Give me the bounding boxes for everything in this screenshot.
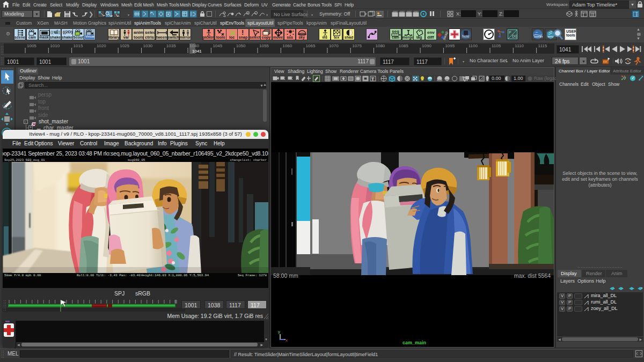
svg-text:1095: 1095 [445,43,455,48]
svg-text:1060: 1060 [282,43,292,48]
svg-text:1040: 1040 [189,43,199,48]
svg-text:1065: 1065 [306,43,316,48]
svg-text:1110: 1110 [515,43,524,48]
svg-text:1115: 1115 [538,43,547,48]
svg-text:1015: 1015 [74,43,83,48]
svg-text:ocean: ocean [534,35,543,38]
svg-text:1005: 1005 [27,43,36,48]
svg-text:T: T [371,77,374,82]
svg-text:↑: ↑ [613,286,614,289]
svg-text:↓: ↓ [621,286,623,289]
svg-text:1025: 1025 [120,43,129,48]
svg-text:1080: 1080 [376,43,385,48]
svg-text:1041: 1041 [192,49,202,54]
svg-text:1050: 1050 [236,43,246,48]
svg-text:1085: 1085 [399,43,408,48]
svg-text:y: y [278,329,280,334]
svg-text:1030: 1030 [143,43,153,48]
svg-text:1045: 1045 [213,43,222,48]
svg-text:1055: 1055 [259,43,269,48]
svg-text:1035: 1035 [166,43,176,48]
svg-text:x: x [286,338,288,343]
svg-text:1090: 1090 [422,43,431,48]
svg-text:Note: Note [462,34,470,38]
svg-text:+: + [641,286,643,289]
svg-text:1105: 1105 [492,43,501,48]
svg-text:1075: 1075 [352,43,362,48]
svg-text:P: P [509,31,511,34]
svg-text:1010: 1010 [50,43,60,48]
svg-text:1100: 1100 [469,43,478,48]
svg-text:1020: 1020 [97,43,106,48]
svg-text:DG: DG [512,34,517,38]
svg-text:1070: 1070 [329,43,339,48]
